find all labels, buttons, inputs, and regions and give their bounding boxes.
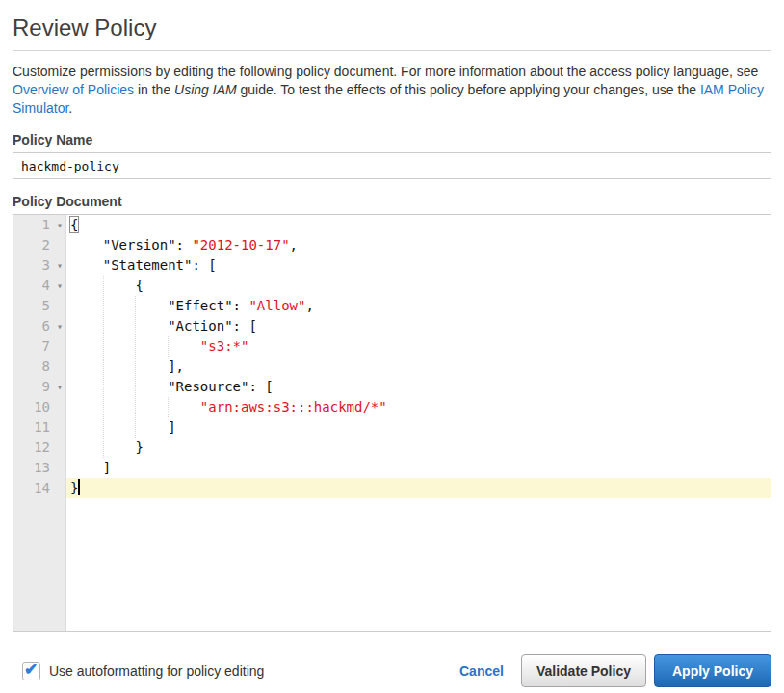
policy-name-label: Policy Name bbox=[13, 132, 771, 147]
footer-bar: ✔ Use autoformatting for policy editing … bbox=[13, 654, 771, 687]
json-plain-token: "Resource": [ bbox=[70, 379, 274, 394]
json-string-token: "2012-10-17" bbox=[192, 237, 289, 253]
json-plain-token: "Action": [ bbox=[70, 318, 257, 333]
autoformat-option: ✔ Use autoformatting for policy editing bbox=[13, 662, 264, 680]
fold-arrow-icon[interactable]: ▾ bbox=[57, 316, 63, 336]
gutter-line-number: 14 bbox=[13, 478, 65, 498]
gutter-line-number: 11 bbox=[13, 417, 65, 438]
json-plain-token bbox=[70, 338, 200, 354]
json-string-token: "Allow" bbox=[248, 298, 305, 313]
fold-arrow-icon[interactable]: ▾ bbox=[57, 255, 63, 276]
cancel-button[interactable]: Cancel bbox=[459, 663, 504, 679]
code-line[interactable]: ], bbox=[66, 357, 771, 377]
json-plain-token: "Statement": [ bbox=[70, 257, 217, 273]
policy-document-label: Policy Document bbox=[13, 194, 771, 209]
action-buttons: Cancel Validate Policy Apply Policy bbox=[459, 654, 771, 687]
json-plain-token: "Effect": bbox=[70, 298, 248, 313]
gutter-line-number: 2 bbox=[13, 235, 65, 255]
checkmark-icon: ✔ bbox=[24, 659, 38, 680]
title-divider bbox=[13, 50, 771, 51]
intro-paragraph: Customize permissions by editing the fol… bbox=[13, 63, 771, 118]
intro-text-1: Customize permissions by editing the fol… bbox=[13, 64, 758, 79]
code-line[interactable]: { bbox=[66, 276, 771, 296]
code-line[interactable]: { bbox=[66, 215, 771, 235]
fold-arrow-icon[interactable]: ▾ bbox=[57, 215, 63, 235]
code-line[interactable]: "Resource": [ bbox=[66, 377, 771, 397]
code-line[interactable]: "s3:*" bbox=[66, 336, 771, 357]
page-title: Review Policy bbox=[13, 14, 771, 41]
json-plain-token: } bbox=[70, 440, 144, 455]
validate-policy-button[interactable]: Validate Policy bbox=[521, 654, 646, 687]
apply-policy-button[interactable]: Apply Policy bbox=[654, 654, 771, 687]
code-line[interactable]: "Action": [ bbox=[66, 316, 771, 336]
editor-code-area[interactable]: { "Version": "2012-10-17", "Statement": … bbox=[66, 215, 771, 631]
using-iam-guide-name: Using IAM bbox=[174, 82, 237, 97]
fold-arrow-icon[interactable]: ▾ bbox=[57, 377, 63, 397]
code-line[interactable]: } bbox=[66, 438, 771, 458]
code-line[interactable]: "Statement": [ bbox=[66, 255, 771, 276]
json-plain-token: { bbox=[70, 278, 144, 293]
gutter-line-number: 10 bbox=[13, 397, 65, 417]
intro-text-4: . bbox=[68, 100, 72, 116]
code-line[interactable]: "Version": "2012-10-17", bbox=[66, 235, 771, 255]
gutter-line-number: 5 bbox=[13, 296, 65, 316]
gutter-line-number: 9▾ bbox=[13, 377, 65, 397]
gutter-line-number: 13 bbox=[13, 458, 65, 478]
json-plain-token: , bbox=[290, 237, 298, 253]
code-line[interactable]: ] bbox=[66, 458, 771, 478]
json-plain-token: , bbox=[305, 298, 313, 313]
gutter-line-number: 6▾ bbox=[13, 316, 65, 336]
code-line[interactable]: "arn:aws:s3:::hackmd/*" bbox=[66, 397, 771, 417]
editor-gutter: 1▾23▾4▾56▾789▾1011121314 bbox=[13, 215, 66, 631]
matched-brace-token: { bbox=[70, 217, 78, 232]
gutter-line-number: 4▾ bbox=[13, 276, 65, 296]
json-plain-token bbox=[70, 399, 200, 414]
json-plain-token: ], bbox=[70, 359, 184, 374]
gutter-line-number: 8 bbox=[13, 357, 65, 377]
gutter-line-number: 12 bbox=[13, 438, 65, 458]
policy-name-input[interactable] bbox=[13, 152, 771, 179]
intro-text-2: in the bbox=[134, 82, 174, 97]
json-plain-token: ] bbox=[70, 419, 176, 435]
json-string-token: "s3:*" bbox=[200, 338, 249, 354]
fold-arrow-icon[interactable]: ▾ bbox=[57, 276, 63, 296]
overview-of-policies-link[interactable]: Overview of Policies bbox=[13, 82, 134, 97]
json-plain-token: ] bbox=[70, 460, 111, 475]
intro-text-3: guide. To test the effects of this polic… bbox=[237, 82, 700, 97]
gutter-line-number: 7 bbox=[13, 336, 65, 357]
gutter-line-number: 3▾ bbox=[13, 255, 65, 276]
json-plain-token: } bbox=[70, 480, 78, 495]
code-line[interactable]: ] bbox=[66, 417, 771, 438]
autoformat-checkbox[interactable]: ✔ bbox=[22, 662, 40, 680]
autoformat-label: Use autoformatting for policy editing bbox=[49, 663, 264, 679]
gutter-line-number: 1▾ bbox=[13, 215, 65, 235]
code-line[interactable]: } bbox=[66, 478, 771, 498]
policy-document-editor[interactable]: 1▾23▾4▾56▾789▾1011121314 { "Version": "2… bbox=[13, 214, 771, 632]
review-policy-panel: Review Policy Customize permissions by e… bbox=[0, 14, 784, 687]
text-cursor bbox=[78, 479, 80, 495]
json-plain-token: "Version": bbox=[70, 237, 192, 253]
code-line[interactable]: "Effect": "Allow", bbox=[66, 296, 771, 316]
json-string-token: "arn:aws:s3:::hackmd/*" bbox=[200, 399, 387, 414]
